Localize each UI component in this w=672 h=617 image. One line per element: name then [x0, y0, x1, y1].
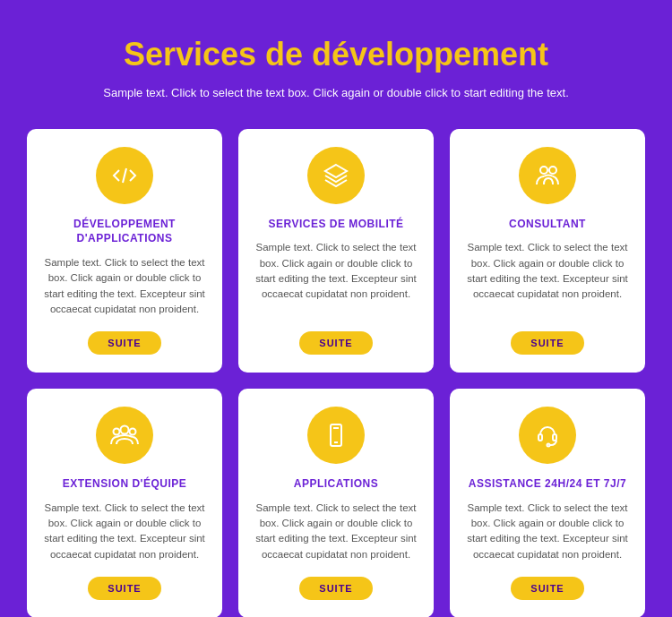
page-wrapper: Services de développement Sample text. C… [0, 0, 672, 617]
layers-icon [322, 161, 350, 190]
page-title: Services de développement [27, 36, 645, 73]
card-applications: APPLICATIONS Sample text. Click to selec… [238, 389, 434, 617]
card-team-ext-icon-wrapper [96, 407, 153, 464]
cards-grid: DÉVELOPPEMENT D'APPLICATIONS Sample text… [27, 129, 645, 618]
card-dev-apps-icon-wrapper [96, 147, 153, 204]
card-applications-text: Sample text. Click to select the text bo… [254, 501, 418, 562]
card-consultant-suite-button[interactable]: SUITE [511, 331, 583, 355]
card-consultant: CONSULTANT Sample text. Click to select … [450, 129, 645, 373]
card-mobility-title: SERVICES DE MOBILITÉ [268, 217, 403, 232]
card-consultant-text: Sample text. Click to select the text bo… [466, 240, 629, 317]
card-dev-apps-suite-button[interactable]: SUITE [88, 331, 160, 355]
card-team-ext-title: EXTENSION D'ÉQUIPE [63, 476, 187, 492]
card-assistance-text: Sample text. Click to select the text bo… [466, 501, 629, 562]
svg-point-3 [549, 167, 556, 174]
card-applications-suite-button[interactable]: SUITE [299, 577, 372, 600]
card-mobility-suite-button[interactable]: SUITE [299, 331, 372, 355]
svg-marker-1 [325, 165, 347, 177]
team-icon [110, 421, 139, 450]
card-applications-icon-wrapper [307, 407, 365, 464]
code-icon [110, 161, 139, 190]
card-mobility: SERVICES DE MOBILITÉ Sample text. Click … [238, 129, 434, 373]
card-dev-apps: DÉVELOPPEMENT D'APPLICATIONS Sample text… [27, 129, 222, 373]
card-mobility-icon-wrapper [307, 147, 365, 204]
card-consultant-icon-wrapper [519, 147, 576, 204]
mobile-icon [322, 421, 350, 450]
svg-point-5 [114, 429, 120, 435]
card-assistance-suite-button[interactable]: SUITE [511, 577, 583, 600]
card-assistance-icon-wrapper [519, 407, 576, 464]
people-icon [533, 161, 562, 190]
card-team-ext-suite-button[interactable]: SUITE [88, 577, 160, 600]
svg-point-12 [547, 444, 550, 447]
page-header: Services de développement Sample text. C… [27, 36, 645, 102]
card-team-ext: EXTENSION D'ÉQUIPE Sample text. Click to… [27, 389, 222, 617]
card-mobility-text: Sample text. Click to select the text bo… [254, 240, 418, 317]
svg-point-6 [130, 429, 136, 435]
card-consultant-title: CONSULTANT [509, 217, 586, 232]
card-applications-title: APPLICATIONS [294, 476, 378, 492]
card-dev-apps-text: Sample text. Click to select the text bo… [43, 255, 206, 317]
page-subtitle: Sample text. Click to select the text bo… [27, 84, 645, 102]
svg-point-2 [540, 167, 547, 174]
svg-rect-10 [538, 434, 542, 441]
svg-line-0 [123, 168, 126, 183]
headset-icon [533, 421, 562, 450]
svg-rect-11 [553, 434, 556, 441]
card-team-ext-text: Sample text. Click to select the text bo… [43, 501, 206, 562]
svg-point-4 [121, 426, 129, 434]
card-assistance-title: ASSISTANCE 24H/24 ET 7J/7 [469, 476, 626, 492]
card-dev-apps-title: DÉVELOPPEMENT D'APPLICATIONS [43, 217, 206, 247]
card-assistance: ASSISTANCE 24H/24 ET 7J/7 Sample text. C… [450, 389, 645, 617]
